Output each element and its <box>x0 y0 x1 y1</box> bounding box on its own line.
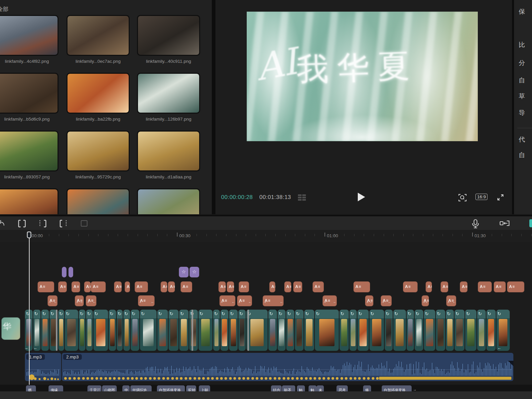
effect-clip[interactable]: ☆ <box>190 267 199 277</box>
trim-handle-right[interactable]: ← <box>151 296 154 306</box>
record-voiceover-icon[interactable] <box>471 219 480 229</box>
media-thumbnail[interactable] <box>0 73 59 114</box>
subtitle-tag[interactable]: 丝绸织造 <box>130 385 152 391</box>
sidebar-menu-item[interactable]: 分 <box>519 59 525 67</box>
video-clip[interactable]: ↻ <box>229 310 238 351</box>
text-clip[interactable]: A≡ <box>218 281 226 292</box>
split-clip-icon[interactable] <box>17 219 27 228</box>
text-clip[interactable]: A≡ <box>168 281 175 292</box>
media-item[interactable]: linkfamily...40c911.png <box>137 15 200 64</box>
text-clip[interactable]: A≡这 <box>403 281 418 292</box>
sidebar-menu-item[interactable]: 自 <box>519 76 525 85</box>
subtitle-tag[interactable]: 燃 <box>26 385 36 391</box>
snap-attach-icon[interactable] <box>499 219 510 228</box>
trim-handle-left[interactable]: → <box>422 296 425 306</box>
text-clip[interactable]: A≡ <box>227 281 234 292</box>
play-button[interactable] <box>358 193 365 201</box>
text-clip[interactable]: A≡ <box>313 281 324 292</box>
text-clip[interactable]: A≡ <box>114 281 122 292</box>
video-clip[interactable]: ↻ <box>140 310 157 351</box>
media-thumbnail[interactable] <box>66 15 130 56</box>
video-clip[interactable]: ↻ <box>58 310 64 351</box>
video-clip[interactable]: ↻ <box>33 310 41 351</box>
video-clip[interactable]: ↻ <box>286 310 294 351</box>
text-clip[interactable]: A≡ <box>161 281 167 292</box>
video-clip[interactable]: ↻ <box>455 310 465 351</box>
trim-handle-left[interactable]: → <box>323 296 326 306</box>
subtitle-tag[interactable]: 中 <box>122 385 130 391</box>
subtitle-tag[interactable]: 触 <box>309 385 317 391</box>
text-clip[interactable]: A≡ <box>426 281 432 292</box>
subtitle-tag[interactable]: 佛缘 <box>49 385 63 391</box>
trim-handle-left[interactable]: → <box>447 296 450 306</box>
focus-zoom-icon[interactable] <box>458 193 467 202</box>
text-clip[interactable]: A≡→← <box>446 295 456 306</box>
trim-handle-right[interactable]: ← <box>54 296 57 306</box>
trim-handle-left[interactable]: → <box>381 296 384 306</box>
split-keep-right-icon[interactable] <box>38 219 47 228</box>
effect-clip[interactable]: ☆ <box>179 267 189 277</box>
video-clip[interactable]: ↻ <box>65 310 78 351</box>
sidebar-menu-item[interactable]: 代 <box>519 135 525 144</box>
media-thumbnail[interactable] <box>137 15 200 56</box>
media-thumbnail[interactable] <box>0 131 59 171</box>
video-clip[interactable]: ↻ <box>385 310 393 351</box>
trim-handle-left[interactable]: → <box>365 296 369 306</box>
text-clip[interactable]: A≡ <box>460 281 467 292</box>
text-clip[interactable]: A≡→← <box>365 295 373 306</box>
video-clip[interactable]: ↻ <box>486 310 496 351</box>
playhead-handle[interactable] <box>27 232 31 238</box>
playhead-line[interactable] <box>29 233 30 385</box>
media-item[interactable]: linkfamily...893057.png <box>0 131 59 179</box>
video-preview-frame[interactable]: AI 我华夏 <box>247 12 478 141</box>
text-clip[interactable]: A≡始→← <box>219 295 235 306</box>
toolbar-toggle-partial[interactable] <box>529 219 532 227</box>
trim-handle-right[interactable]: ← <box>453 296 456 306</box>
audio-clip[interactable]: 2.mp3 <box>62 353 513 381</box>
video-clip[interactable]: ↻ <box>393 310 406 351</box>
undo-icon[interactable] <box>0 219 5 228</box>
video-clip[interactable]: ↻ <box>436 310 445 351</box>
media-thumbnail[interactable] <box>66 73 130 114</box>
text-clip[interactable]: A≡智 <box>135 281 148 292</box>
text-clip[interactable]: A≡丝绸→← <box>263 295 284 306</box>
delete-clip-icon[interactable] <box>80 219 88 228</box>
video-clip[interactable]: ↻ <box>238 310 246 351</box>
video-clip[interactable]: ↻ <box>157 310 168 351</box>
subtitle-tag[interactable]: 山鄉图 <box>102 385 117 391</box>
video-clip[interactable]: ↻ <box>79 310 85 351</box>
trim-handle-left[interactable]: → <box>48 296 51 306</box>
media-item[interactable] <box>0 188 59 214</box>
trim-handle-right[interactable]: ← <box>232 296 235 306</box>
text-clip[interactable]: A≡变 <box>181 281 192 292</box>
text-clip[interactable]: A≡→← <box>75 295 84 306</box>
media-item[interactable]: linkfamily...4c4f82.png <box>0 15 59 64</box>
trim-handle-left[interactable]: → <box>263 296 266 306</box>
video-clip[interactable]: ↻Ge <box>199 310 212 351</box>
media-thumbnail[interactable] <box>137 73 200 114</box>
text-clip[interactable]: A≡三 <box>478 281 492 292</box>
subtitle-tag[interactable]: 上朝 <box>199 385 210 391</box>
transition-handle[interactable] <box>56 310 58 351</box>
split-keep-left-icon[interactable] <box>59 219 68 228</box>
video-clip[interactable]: ↻ <box>220 310 228 351</box>
video-clip[interactable]: ↻ <box>357 310 369 351</box>
video-clip[interactable]: ↻ <box>496 310 510 351</box>
subtitle-tag[interactable]: 修 <box>363 385 371 391</box>
media-item[interactable]: linkfamily...d1a8aa.png <box>137 131 200 179</box>
video-clip[interactable]: ↻ <box>268 310 277 351</box>
subtitle-tag[interactable]: 自驾环境变换 <box>157 385 185 391</box>
video-clip[interactable]: ↻ <box>339 310 349 351</box>
text-clip[interactable]: A≡数 <box>91 281 106 292</box>
trim-handle-right[interactable]: ← <box>280 296 283 306</box>
text-clip[interactable]: A≡华 <box>38 281 54 292</box>
transition-handle[interactable] <box>247 310 249 351</box>
clip-trim-arrow[interactable]: ← <box>497 346 501 350</box>
video-clip[interactable]: ↻ <box>109 310 116 351</box>
text-clip[interactable]: A≡ <box>125 281 130 292</box>
media-item[interactable]: linkfamily...b5d6c9.png <box>0 73 59 122</box>
video-clip[interactable]: ↻ <box>179 310 189 351</box>
media-item[interactable]: linkfamily...126b97.png <box>137 73 200 122</box>
timeline-scrollbar-area[interactable] <box>0 391 532 399</box>
media-item[interactable]: linkfamily...0ec7ac.png <box>66 15 130 64</box>
